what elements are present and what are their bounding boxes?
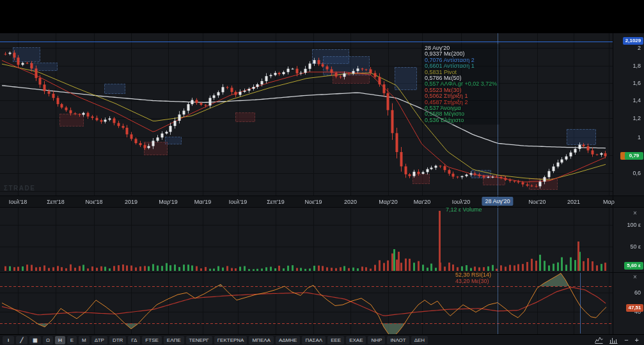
time-axis-label: Μαι'19 — [194, 199, 211, 205]
symbol-button-DTR[interactable]: DTR — [109, 336, 126, 344]
time-axis-label: 2019 — [125, 199, 137, 205]
rsi-ma-value-label: 43,20 Με(30) — [455, 278, 491, 284]
platform-watermark: ΣTRADE — [4, 185, 35, 192]
symbol-button-ΓΕΚΤΕΡΝΑ[interactable]: ΓΕΚΤΕΡΝΑ — [214, 336, 247, 344]
time-axis-label: Σεπ'18 — [47, 199, 65, 205]
symbol-button-ΔΤΡ[interactable]: ΔΤΡ — [91, 336, 107, 344]
symbol-button-ΙΝΛΟΤ[interactable]: ΙΝΛΟΤ — [387, 336, 409, 344]
volume-value-tag: 5,60 ε — [624, 262, 643, 270]
timeframe-button-Ω[interactable]: Ω — [43, 336, 53, 344]
price-tick-label: 1,2 — [632, 115, 641, 121]
symbol-button-ΜΠΕΛΑ[interactable]: ΜΠΕΛΑ — [249, 336, 273, 344]
volume-tick-label: 100 ε — [627, 222, 641, 228]
symbol-button-ΠΑΣΑΛ[interactable]: ΠΑΣΑΛ — [302, 336, 326, 344]
rsi-legend: 52,30 RSI(14) 43,20 Με(30) — [455, 272, 491, 284]
time-axis-label: Μαρ'20 — [379, 199, 398, 205]
rsi-pane-close-icon[interactable]: × — [631, 273, 639, 281]
histogram-icon[interactable] — [609, 337, 618, 344]
time-axis-label: Μαρ'19 — [159, 199, 178, 205]
price-tick-label: 1 — [638, 134, 641, 141]
price-legend: 28 Αυγ'200,9337 Με(200)0,7076 Αντίσταση … — [421, 44, 500, 125]
time-axis-label: Νοε'19 — [304, 199, 322, 205]
toolbar-right-group: − + — [595, 336, 641, 344]
timeframe-button-Μ[interactable]: Μ — [79, 336, 90, 344]
alert-price-tag: 2,1029 — [623, 37, 643, 45]
price-tick-label: 1,6 — [632, 80, 641, 86]
symbol-button-ΤΕΝΕΡΓ[interactable]: ΤΕΝΕΡΓ — [186, 336, 212, 344]
watchlist-button[interactable]: ▦ — [29, 336, 41, 344]
volume-tick-label: 50 ε — [630, 243, 641, 250]
rsi-value-tag: 47,51 — [626, 304, 643, 312]
legend-line: 0,536 Ελάχιστο — [425, 118, 497, 123]
rsi-value-label: 52,30 RSI(14) — [455, 272, 491, 278]
time-axis-label: Ιουλ'18 — [9, 199, 27, 205]
price-tick-label: 1,4 — [632, 97, 641, 103]
time-axis-label: Νοε'18 — [85, 199, 102, 205]
timeframe-button-Ε[interactable]: Ε — [67, 336, 77, 344]
time-axis-label: 2020 — [344, 199, 357, 205]
symbol-button-ΓΔ[interactable]: ΓΔ — [128, 336, 140, 344]
info-button[interactable]: i — [3, 336, 14, 344]
symbol-button-ΕΧΑΕ[interactable]: ΕΧΑΕ — [346, 336, 366, 344]
symbol-button-FTSE[interactable]: FTSE — [142, 336, 161, 344]
time-axis-label: Νοε'20 — [528, 199, 546, 205]
price-tick-label: 0,6 — [632, 170, 641, 176]
time-axis-label: Μαρ — [603, 199, 615, 205]
trading-chart-app: ΣTRADE 28 Αυγ'200,9337 Με(200)0,7076 Αντ… — [0, 0, 644, 345]
trend-chart-icon[interactable] — [595, 337, 603, 344]
chart-canvas[interactable] — [0, 0, 644, 334]
time-axis-label: Μαι'20 — [414, 199, 430, 205]
zoom-out-button[interactable]: − — [624, 336, 628, 344]
time-axis-label: Σεπ'19 — [267, 199, 285, 205]
zoom-in-button[interactable]: + — [635, 336, 639, 344]
timeframe-button-Η[interactable]: Η — [55, 336, 65, 344]
price-tick-label: 1,8 — [632, 63, 641, 69]
symbol-button-ΑΔΜΗΕ[interactable]: ΑΔΜΗΕ — [276, 336, 300, 344]
rsi-tick-label: 60 — [634, 289, 641, 296]
symbol-button-ΕΕΕ[interactable]: ΕΕΕ — [327, 336, 344, 344]
symbol-button-ΝΗΡ[interactable]: ΝΗΡ — [368, 336, 385, 344]
time-axis-label: 2021 — [567, 199, 580, 205]
toolbar-left-group: i╱▦ΩΗΕΜΔΤΡDTRΓΔFTSEΕΛΠΕΤΕΝΕΡΓΓΕΚΤΕΡΝΑΜΠΕ… — [3, 336, 428, 344]
symbol-button-ΕΛΠΕ[interactable]: ΕΛΠΕ — [164, 336, 184, 344]
volume-legend: 7,12 ε Volume — [446, 206, 482, 213]
last-price-tag: 0,79 — [625, 152, 643, 160]
crosshair-date-tag: 28 Αυγ'20 — [482, 197, 513, 206]
symbol-button-ΔΕΗ[interactable]: ΔΕΗ — [411, 336, 428, 344]
draw-tool-button[interactable]: ╱ — [16, 336, 27, 344]
bottom-toolbar: i╱▦ΩΗΕΜΔΤΡDTRΓΔFTSEΕΛΠΕΤΕΝΕΡΓΓΕΚΤΕΡΝΑΜΠΕ… — [0, 334, 644, 345]
volume-pane-close-icon[interactable]: × — [631, 210, 639, 217]
price-tick-label: 2 — [638, 45, 641, 51]
time-axis-label: Ιουλ'20 — [452, 199, 471, 205]
time-axis-label: Ιουλ'19 — [229, 199, 247, 205]
